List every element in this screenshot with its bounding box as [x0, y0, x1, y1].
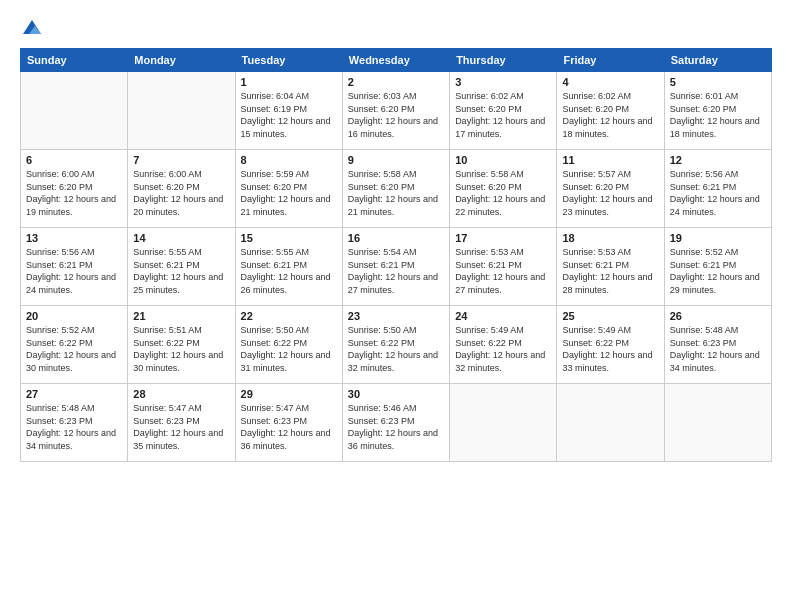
day-info: Sunrise: 5:53 AM Sunset: 6:21 PM Dayligh… [562, 246, 658, 296]
day-info: Sunrise: 5:56 AM Sunset: 6:21 PM Dayligh… [670, 168, 766, 218]
day-cell [128, 72, 235, 150]
day-info: Sunrise: 5:51 AM Sunset: 6:22 PM Dayligh… [133, 324, 229, 374]
day-info: Sunrise: 6:00 AM Sunset: 6:20 PM Dayligh… [133, 168, 229, 218]
day-cell: 23Sunrise: 5:50 AM Sunset: 6:22 PM Dayli… [342, 306, 449, 384]
day-number: 18 [562, 232, 658, 244]
day-info: Sunrise: 5:50 AM Sunset: 6:22 PM Dayligh… [241, 324, 337, 374]
day-cell [664, 384, 771, 462]
day-number: 20 [26, 310, 122, 322]
day-cell: 21Sunrise: 5:51 AM Sunset: 6:22 PM Dayli… [128, 306, 235, 384]
day-cell [21, 72, 128, 150]
day-number: 7 [133, 154, 229, 166]
day-cell: 28Sunrise: 5:47 AM Sunset: 6:23 PM Dayli… [128, 384, 235, 462]
page: SundayMondayTuesdayWednesdayThursdayFrid… [0, 0, 792, 612]
day-number: 29 [241, 388, 337, 400]
col-header-tuesday: Tuesday [235, 49, 342, 72]
day-number: 27 [26, 388, 122, 400]
day-info: Sunrise: 5:49 AM Sunset: 6:22 PM Dayligh… [455, 324, 551, 374]
day-cell: 8Sunrise: 5:59 AM Sunset: 6:20 PM Daylig… [235, 150, 342, 228]
week-row-3: 13Sunrise: 5:56 AM Sunset: 6:21 PM Dayli… [21, 228, 772, 306]
day-cell: 17Sunrise: 5:53 AM Sunset: 6:21 PM Dayli… [450, 228, 557, 306]
week-row-2: 6Sunrise: 6:00 AM Sunset: 6:20 PM Daylig… [21, 150, 772, 228]
day-cell [450, 384, 557, 462]
day-number: 17 [455, 232, 551, 244]
day-cell: 25Sunrise: 5:49 AM Sunset: 6:22 PM Dayli… [557, 306, 664, 384]
day-cell: 24Sunrise: 5:49 AM Sunset: 6:22 PM Dayli… [450, 306, 557, 384]
day-cell: 5Sunrise: 6:01 AM Sunset: 6:20 PM Daylig… [664, 72, 771, 150]
day-number: 13 [26, 232, 122, 244]
day-cell: 27Sunrise: 5:48 AM Sunset: 6:23 PM Dayli… [21, 384, 128, 462]
day-info: Sunrise: 5:47 AM Sunset: 6:23 PM Dayligh… [241, 402, 337, 452]
day-number: 30 [348, 388, 444, 400]
day-number: 24 [455, 310, 551, 322]
week-row-4: 20Sunrise: 5:52 AM Sunset: 6:22 PM Dayli… [21, 306, 772, 384]
day-cell: 19Sunrise: 5:52 AM Sunset: 6:21 PM Dayli… [664, 228, 771, 306]
col-header-monday: Monday [128, 49, 235, 72]
day-number: 2 [348, 76, 444, 88]
day-info: Sunrise: 5:58 AM Sunset: 6:20 PM Dayligh… [455, 168, 551, 218]
day-number: 9 [348, 154, 444, 166]
header [20, 16, 772, 40]
day-cell: 16Sunrise: 5:54 AM Sunset: 6:21 PM Dayli… [342, 228, 449, 306]
day-cell: 29Sunrise: 5:47 AM Sunset: 6:23 PM Dayli… [235, 384, 342, 462]
day-info: Sunrise: 6:03 AM Sunset: 6:20 PM Dayligh… [348, 90, 444, 140]
day-number: 21 [133, 310, 229, 322]
day-cell: 18Sunrise: 5:53 AM Sunset: 6:21 PM Dayli… [557, 228, 664, 306]
day-cell: 7Sunrise: 6:00 AM Sunset: 6:20 PM Daylig… [128, 150, 235, 228]
calendar: SundayMondayTuesdayWednesdayThursdayFrid… [20, 48, 772, 462]
col-header-saturday: Saturday [664, 49, 771, 72]
day-number: 23 [348, 310, 444, 322]
day-info: Sunrise: 5:58 AM Sunset: 6:20 PM Dayligh… [348, 168, 444, 218]
day-number: 19 [670, 232, 766, 244]
day-cell: 26Sunrise: 5:48 AM Sunset: 6:23 PM Dayli… [664, 306, 771, 384]
day-cell [557, 384, 664, 462]
day-cell: 14Sunrise: 5:55 AM Sunset: 6:21 PM Dayli… [128, 228, 235, 306]
logo [20, 16, 43, 40]
day-cell: 15Sunrise: 5:55 AM Sunset: 6:21 PM Dayli… [235, 228, 342, 306]
col-header-wednesday: Wednesday [342, 49, 449, 72]
day-info: Sunrise: 5:52 AM Sunset: 6:21 PM Dayligh… [670, 246, 766, 296]
week-row-5: 27Sunrise: 5:48 AM Sunset: 6:23 PM Dayli… [21, 384, 772, 462]
day-info: Sunrise: 5:55 AM Sunset: 6:21 PM Dayligh… [133, 246, 229, 296]
col-header-sunday: Sunday [21, 49, 128, 72]
day-info: Sunrise: 5:54 AM Sunset: 6:21 PM Dayligh… [348, 246, 444, 296]
day-cell: 30Sunrise: 5:46 AM Sunset: 6:23 PM Dayli… [342, 384, 449, 462]
day-info: Sunrise: 5:55 AM Sunset: 6:21 PM Dayligh… [241, 246, 337, 296]
day-info: Sunrise: 6:02 AM Sunset: 6:20 PM Dayligh… [455, 90, 551, 140]
day-info: Sunrise: 5:46 AM Sunset: 6:23 PM Dayligh… [348, 402, 444, 452]
day-number: 16 [348, 232, 444, 244]
day-number: 6 [26, 154, 122, 166]
day-info: Sunrise: 5:47 AM Sunset: 6:23 PM Dayligh… [133, 402, 229, 452]
calendar-header-row: SundayMondayTuesdayWednesdayThursdayFrid… [21, 49, 772, 72]
day-info: Sunrise: 6:01 AM Sunset: 6:20 PM Dayligh… [670, 90, 766, 140]
day-info: Sunrise: 5:48 AM Sunset: 6:23 PM Dayligh… [670, 324, 766, 374]
day-info: Sunrise: 5:56 AM Sunset: 6:21 PM Dayligh… [26, 246, 122, 296]
day-info: Sunrise: 5:49 AM Sunset: 6:22 PM Dayligh… [562, 324, 658, 374]
day-info: Sunrise: 5:59 AM Sunset: 6:20 PM Dayligh… [241, 168, 337, 218]
day-cell: 11Sunrise: 5:57 AM Sunset: 6:20 PM Dayli… [557, 150, 664, 228]
day-info: Sunrise: 6:02 AM Sunset: 6:20 PM Dayligh… [562, 90, 658, 140]
day-info: Sunrise: 5:57 AM Sunset: 6:20 PM Dayligh… [562, 168, 658, 218]
day-cell: 10Sunrise: 5:58 AM Sunset: 6:20 PM Dayli… [450, 150, 557, 228]
day-cell: 13Sunrise: 5:56 AM Sunset: 6:21 PM Dayli… [21, 228, 128, 306]
day-cell: 6Sunrise: 6:00 AM Sunset: 6:20 PM Daylig… [21, 150, 128, 228]
day-info: Sunrise: 5:53 AM Sunset: 6:21 PM Dayligh… [455, 246, 551, 296]
day-number: 8 [241, 154, 337, 166]
day-info: Sunrise: 6:00 AM Sunset: 6:20 PM Dayligh… [26, 168, 122, 218]
day-cell: 20Sunrise: 5:52 AM Sunset: 6:22 PM Dayli… [21, 306, 128, 384]
day-number: 22 [241, 310, 337, 322]
day-info: Sunrise: 5:48 AM Sunset: 6:23 PM Dayligh… [26, 402, 122, 452]
day-number: 4 [562, 76, 658, 88]
day-number: 14 [133, 232, 229, 244]
day-number: 10 [455, 154, 551, 166]
day-cell: 1Sunrise: 6:04 AM Sunset: 6:19 PM Daylig… [235, 72, 342, 150]
day-number: 28 [133, 388, 229, 400]
day-number: 25 [562, 310, 658, 322]
day-number: 26 [670, 310, 766, 322]
day-number: 15 [241, 232, 337, 244]
week-row-1: 1Sunrise: 6:04 AM Sunset: 6:19 PM Daylig… [21, 72, 772, 150]
day-number: 12 [670, 154, 766, 166]
day-number: 1 [241, 76, 337, 88]
day-cell: 3Sunrise: 6:02 AM Sunset: 6:20 PM Daylig… [450, 72, 557, 150]
day-info: Sunrise: 5:52 AM Sunset: 6:22 PM Dayligh… [26, 324, 122, 374]
